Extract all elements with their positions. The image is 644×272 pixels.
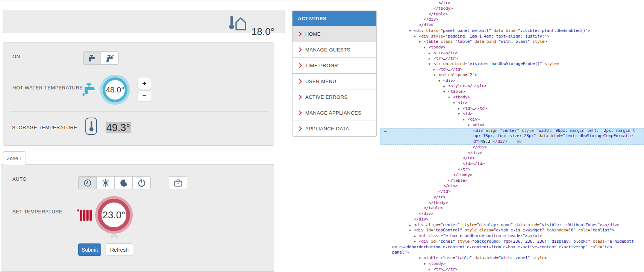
menu-item-appliance-data[interactable]: APPLIANCE DATA <box>292 121 376 136</box>
expand-arrow-open-icon[interactable]: ▼ <box>463 117 468 123</box>
expand-arrow-closed-icon[interactable]: ▶ <box>458 106 463 112</box>
expand-arrow-open-icon[interactable]: ▼ <box>419 256 424 261</box>
devtools-tree-line[interactable]: ▼<tbody> <box>380 261 644 267</box>
expand-arrow-open-icon[interactable]: ▼ <box>409 228 414 234</box>
devtools-tree-line[interactable]: </table> <box>380 12 644 17</box>
devtools-tree-line[interactable]: ▶<td>…</td> <box>380 67 644 73</box>
devtools-tree-line[interactable]: d">49.3°</div> == $0 <box>380 139 644 145</box>
expand-arrow-open-icon[interactable]: ▼ <box>448 95 453 101</box>
menu-item-manage-guests[interactable]: MANAGE GUESTS <box>292 42 376 57</box>
devtools-tree-line[interactable]: ▶<ul class="e-box e-addborderbottom e-he… <box>380 233 644 239</box>
devtools-tree-line[interactable]: ▶<div align="center" style="display: non… <box>380 222 644 228</box>
expand-arrow-closed-icon[interactable]: ▶ <box>414 234 419 239</box>
expand-arrow-open-icon[interactable]: ▼ <box>433 73 438 79</box>
mode-night-button[interactable] <box>114 176 133 189</box>
devtools-tree-line[interactable]: </div> <box>380 211 644 217</box>
expand-arrow-closed-icon[interactable]: ▶ <box>429 267 433 272</box>
devtools-tree-line[interactable]: ▶<tr>…</tr> <box>380 267 644 272</box>
devtools-tree-line[interactable]: ▼<td> <box>380 111 644 117</box>
devtools-tree-line[interactable]: </div> <box>380 150 644 156</box>
dhw-on-button[interactable] <box>83 51 101 65</box>
devtools-tree-line[interactable]: </div> <box>380 183 644 189</box>
devtools-scrollbar[interactable] <box>640 0 640 272</box>
devtools-tree-line[interactable]: </table> <box>380 178 644 184</box>
devtools-tree-line[interactable]: </tr> <box>380 167 644 172</box>
devtools-tree-line[interactable]: ▼<div id="tabControl" style class="e-tab… <box>380 228 644 233</box>
devtools-tree-line[interactable]: <td></td> <box>380 161 644 167</box>
devtools-tree-line[interactable]: </tr> <box>380 195 644 200</box>
mode-day-button[interactable] <box>96 176 115 189</box>
devtools-tree-line[interactable]: ▼<tbody> <box>380 95 644 100</box>
hot-water-temp-dial[interactable]: 48.0° <box>103 77 127 102</box>
dhw-off-button[interactable] <box>101 51 119 65</box>
expand-arrow-open-icon[interactable]: ▼ <box>453 101 458 106</box>
overflow-dots-icon[interactable]: … <box>384 128 386 134</box>
mode-auto-button[interactable] <box>78 176 97 189</box>
expand-arrow-closed-icon[interactable]: ▶ <box>433 67 438 73</box>
devtools-tree-line[interactable]: </div> <box>380 217 644 222</box>
devtools-tree-line[interactable]: </td> <box>380 156 644 161</box>
devtools-tree-line[interactable]: </td> <box>380 189 644 195</box>
hot-water-decrease-button[interactable]: − <box>138 90 151 101</box>
submit-button[interactable]: Submit <box>78 243 101 256</box>
expand-arrow-open-icon[interactable]: ▼ <box>438 79 443 84</box>
expand-arrow-open-icon[interactable]: ▼ <box>424 45 429 51</box>
expand-arrow-open-icon[interactable]: ▼ <box>443 89 448 95</box>
devtools-tree-line[interactable]: ▶<style>…</style> <box>380 83 644 89</box>
devtools-tree-line[interactable]: </tbody> <box>380 172 644 178</box>
mode-holiday-button[interactable] <box>169 176 187 189</box>
expand-arrow-open-icon[interactable]: ▼ <box>409 29 414 34</box>
devtools-tree-line[interactable]: </div> <box>380 145 644 150</box>
devtools-tree-line[interactable]: ▶<tr>…</tr> <box>380 56 644 62</box>
devtools-tree-line[interactable]: </div> <box>380 23 644 28</box>
devtools-tree-line[interactable]: </tbody> <box>380 200 644 206</box>
devtools-tree-line[interactable]: op: 16px; font-size: 28px" data-bind="te… <box>380 133 644 139</box>
devtools-elements-tree[interactable]: </tr></tbody></table></div></div>▼<div c… <box>380 0 644 272</box>
expand-arrow-closed-icon[interactable]: ▶ <box>429 56 433 62</box>
menu-item-user-menu[interactable]: USER MENU <box>292 73 376 89</box>
devtools-tree-line[interactable]: ▶<tr>…</tr> <box>380 50 644 56</box>
devtools-tree-line[interactable]: panel"> <box>380 250 644 255</box>
devtools-tree-line[interactable]: ▼<div> <box>380 122 644 128</box>
devtools-tree-line[interactable]: </tr> <box>380 0 644 6</box>
devtools-tree-line[interactable]: om e-addborderbottom e-content e-content… <box>380 245 644 250</box>
devtools-selected-element[interactable]: <div align="center" style="width: 98px; … <box>380 128 644 145</box>
expand-arrow-open-icon[interactable]: ▼ <box>419 39 424 45</box>
devtools-tree-line[interactable]: ▶<td>…</td> <box>380 106 644 112</box>
expand-arrow-open-icon[interactable]: ▼ <box>414 239 419 245</box>
menu-item-home[interactable]: HOME <box>292 26 376 42</box>
expand-arrow-open-icon[interactable]: ▼ <box>468 123 473 128</box>
devtools-tree-line[interactable]: ▼<div id="zone1" style="background: rgb(… <box>380 239 644 245</box>
mode-off-button[interactable] <box>132 176 151 189</box>
menu-item-label: MANAGE APPLIANCES <box>305 110 361 116</box>
devtools-tree-line[interactable]: ▼<div class="panel panel-default" data-b… <box>380 28 644 34</box>
hot-water-increase-button[interactable]: + <box>138 78 151 89</box>
devtools-tree-line[interactable]: </tbody> <box>380 6 644 12</box>
expand-arrow-closed-icon[interactable]: ▶ <box>429 51 433 56</box>
devtools-tree-line[interactable]: ▼<table> <box>380 89 644 95</box>
devtools-tree-line[interactable]: </div> <box>380 17 644 23</box>
devtools-tree-line[interactable]: ▼<tbody> <box>380 45 644 50</box>
expand-arrow-open-icon[interactable]: ▼ <box>414 34 419 40</box>
devtools-tree-line[interactable]: <div align="center" style="width: 98px; … <box>380 128 644 134</box>
devtools-tree-line[interactable]: ▼<table class="table" data-bind="with: p… <box>380 39 644 45</box>
menu-item-active-errors[interactable]: ACTIVE ERRORS <box>292 89 376 105</box>
devtools-tree-line[interactable]: ▼<td colspan="2"> <box>380 73 644 78</box>
menu-item-manage-appliances[interactable]: MANAGE APPLIANCES <box>292 105 376 121</box>
expand-arrow-open-icon[interactable]: ▼ <box>429 62 433 67</box>
devtools-tree-line[interactable]: ▼<tr> <box>380 100 644 106</box>
expand-arrow-closed-icon[interactable]: ▶ <box>409 223 414 228</box>
devtools-tree-line[interactable]: ▼<div> <box>380 78 644 84</box>
devtools-tree-line[interactable]: ▼<div style="padding: 1em 1.4em; text-al… <box>380 34 644 39</box>
expand-arrow-open-icon[interactable]: ▼ <box>424 261 429 267</box>
devtools-tree-line[interactable]: </table> <box>380 206 644 211</box>
set-temp-dial[interactable]: 23.0° <box>98 199 130 231</box>
devtools-tree-line[interactable]: ▼<table class="table" data-bind="with: z… <box>380 255 644 261</box>
menu-item-time-progr[interactable]: TIME PROGR <box>292 57 376 73</box>
expand-arrow-open-icon[interactable]: ▼ <box>458 112 463 117</box>
expand-arrow-closed-icon[interactable]: ▶ <box>443 84 448 89</box>
devtools-tree-line[interactable]: ▼<div> <box>380 117 644 122</box>
devtools-tree-line[interactable]: ▼<tr data-bind="visible: hasDhwStoragePr… <box>380 61 644 67</box>
tab-zone1[interactable]: Zone 1 <box>3 151 26 165</box>
refresh-button[interactable]: Refresh <box>106 243 133 256</box>
